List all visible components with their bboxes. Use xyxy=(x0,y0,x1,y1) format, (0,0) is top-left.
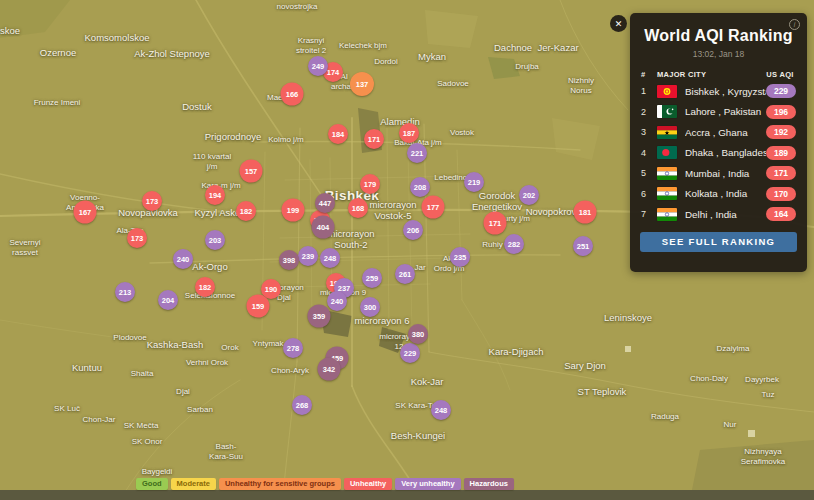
aqi-marker[interactable]: 248 xyxy=(320,248,340,268)
rank-number: 3 xyxy=(641,127,657,137)
country-flag-icon xyxy=(657,167,677,180)
aqi-marker[interactable]: 300 xyxy=(360,297,380,317)
aqi-marker[interactable]: 208 xyxy=(410,177,430,197)
aqi-marker[interactable]: 229 xyxy=(400,343,420,363)
legend-pill: Hazardous xyxy=(464,478,514,490)
country-flag-icon xyxy=(657,126,677,139)
rank-number: 5 xyxy=(641,168,657,178)
ranking-rows: 1Bishkek , Kyrgyzstan2292Lahore , Pakist… xyxy=(630,81,807,225)
aqi-marker[interactable]: 194 xyxy=(205,185,225,205)
ranking-row[interactable]: 6Kolkata , India170 xyxy=(630,184,807,205)
aqi-marker[interactable]: 177 xyxy=(422,196,445,219)
aqi-marker[interactable]: 278 xyxy=(283,338,303,358)
aqi-marker[interactable]: 171 xyxy=(484,212,507,235)
aqi-marker[interactable]: 179 xyxy=(360,174,380,194)
aqi-marker[interactable]: 268 xyxy=(292,395,312,415)
aqi-marker[interactable]: 221 xyxy=(407,143,427,163)
rank-number: 7 xyxy=(641,209,657,219)
column-city: MAJOR CITY xyxy=(657,70,764,79)
aqi-marker[interactable]: 173 xyxy=(142,191,162,211)
aqi-marker[interactable]: 404 xyxy=(312,216,335,239)
aqi-marker[interactable]: 248 xyxy=(431,400,451,420)
aqi-marker[interactable]: 167 xyxy=(74,201,97,224)
aqi-marker[interactable]: 398 xyxy=(279,250,299,270)
column-aqi: US AQI xyxy=(764,70,796,79)
aqi-marker[interactable]: 251 xyxy=(573,236,593,256)
rank-number: 2 xyxy=(641,107,657,117)
aqi-marker[interactable]: 239 xyxy=(298,246,318,266)
country-flag-icon xyxy=(657,146,677,159)
aqi-marker[interactable]: 184 xyxy=(328,124,348,144)
aqi-marker[interactable]: 181 xyxy=(574,201,597,224)
ranking-row[interactable]: 5Mumbai , India171 xyxy=(630,163,807,184)
country-flag-icon xyxy=(657,187,677,200)
panel-timestamp: 13:02, Jan 18 xyxy=(630,49,807,59)
country-flag-icon xyxy=(657,105,677,118)
legend-pill: Unhealthy for sensitive groups xyxy=(219,478,341,490)
close-icon: ✕ xyxy=(615,19,623,29)
aqi-value-pill: 170 xyxy=(766,187,796,201)
aqi-marker[interactable]: 447 xyxy=(315,193,335,213)
aqi-marker[interactable]: 159 xyxy=(247,295,270,318)
city-name: Bishkek , Kyrgyzstan xyxy=(685,86,766,97)
aqi-marker[interactable]: 240 xyxy=(327,291,347,311)
legend-pill: Moderate xyxy=(171,478,216,490)
aqi-marker[interactable]: 259 xyxy=(362,268,382,288)
aqi-marker[interactable]: 137 xyxy=(350,72,374,96)
city-name: Accra , Ghana xyxy=(685,127,766,138)
aqi-marker[interactable]: 166 xyxy=(281,83,304,106)
city-name: Dhaka , Bangladesh xyxy=(685,147,766,158)
aqi-value-pill: 189 xyxy=(766,146,796,160)
rank-number: 1 xyxy=(641,86,657,96)
legend-pill: Very unhealthy xyxy=(395,478,460,490)
close-button[interactable]: ✕ xyxy=(610,15,627,32)
aqi-value-pill: 164 xyxy=(766,207,796,221)
aqi-marker[interactable]: 249 xyxy=(308,56,328,76)
aqi-marker[interactable]: 199 xyxy=(282,199,305,222)
ranking-row[interactable]: 4Dhaka , Bangladesh189 xyxy=(630,143,807,164)
city-name: Lahore , Pakistan xyxy=(685,106,766,117)
aqi-marker[interactable]: 168 xyxy=(348,198,368,218)
aqi-marker[interactable]: 203 xyxy=(205,230,225,250)
aqi-value-pill: 196 xyxy=(766,105,796,119)
aqi-legend: GoodModerateUnhealthy for sensitive grou… xyxy=(136,478,514,490)
aqi-marker[interactable]: 235 xyxy=(450,247,470,267)
aqi-marker[interactable]: 240 xyxy=(173,249,193,269)
ranking-row[interactable]: 7Delhi , India164 xyxy=(630,204,807,225)
aqi-marker[interactable]: 261 xyxy=(395,264,415,284)
city-name: Delhi , India xyxy=(685,209,766,220)
ranking-row[interactable]: 3Accra , Ghana192 xyxy=(630,122,807,143)
city-name: Kolkata , India xyxy=(685,188,766,199)
city-name: Mumbai , India xyxy=(685,168,766,179)
country-flag-icon xyxy=(657,85,677,98)
aqi-marker[interactable]: 157 xyxy=(240,160,263,183)
aqi-marker[interactable]: 187 xyxy=(399,123,419,143)
aqi-marker[interactable]: 380 xyxy=(408,324,428,344)
legend-pill: Unhealthy xyxy=(344,478,392,490)
rank-number: 6 xyxy=(641,189,657,199)
aqi-marker[interactable]: 206 xyxy=(403,220,423,240)
see-full-ranking-button[interactable]: SEE FULL RANKING xyxy=(640,232,797,252)
aqi-value-pill: 229 xyxy=(766,84,796,98)
ranking-row[interactable]: 1Bishkek , Kyrgyzstan229 xyxy=(630,81,807,102)
rank-number: 4 xyxy=(641,148,657,158)
world-aqi-ranking-panel: i World AQI Ranking 13:02, Jan 18 # MAJO… xyxy=(630,13,807,272)
ranking-row[interactable]: 2Lahore , Pakistan196 xyxy=(630,102,807,123)
aqi-marker[interactable]: 173 xyxy=(127,228,147,248)
country-flag-icon xyxy=(657,208,677,221)
aqi-marker[interactable]: 171 xyxy=(364,129,384,149)
aqi-marker[interactable]: 282 xyxy=(504,234,524,254)
aqi-value-pill: 171 xyxy=(766,166,796,180)
aqi-marker[interactable]: 182 xyxy=(236,201,256,221)
aqi-marker[interactable]: 204 xyxy=(158,290,178,310)
panel-title: World AQI Ranking xyxy=(630,13,807,45)
aqi-marker[interactable]: 219 xyxy=(464,172,484,192)
aqi-marker[interactable]: 182 xyxy=(195,277,215,297)
aqi-value-pill: 192 xyxy=(766,125,796,139)
aqi-marker[interactable]: 342 xyxy=(318,358,341,381)
aqi-marker[interactable]: 359 xyxy=(308,305,331,328)
legend-pill: Good xyxy=(136,478,168,490)
aqi-marker[interactable]: 213 xyxy=(115,282,135,302)
info-icon[interactable]: i xyxy=(789,19,800,30)
aqi-marker[interactable]: 202 xyxy=(519,185,539,205)
